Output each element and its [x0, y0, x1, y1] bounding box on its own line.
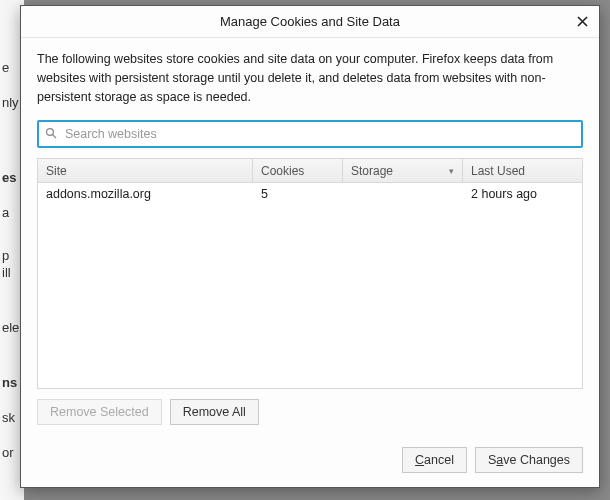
column-header-storage[interactable]: Storage ▾ [343, 159, 463, 182]
dialog-content: The following websites store cookies and… [21, 38, 599, 435]
cell-storage [343, 183, 463, 207]
cancel-button[interactable]: Cancel [402, 447, 467, 473]
cell-cookies: 5 [253, 183, 343, 207]
dialog-titlebar: Manage Cookies and Site Data [21, 6, 599, 38]
remove-selected-label: Remove Selected [50, 405, 149, 419]
remove-all-label: Remove All [183, 405, 246, 419]
dialog-footer: Cancel Save Changes [21, 435, 599, 487]
dialog-description: The following websites store cookies and… [37, 50, 583, 106]
cell-lastused: 2 hours ago [463, 183, 582, 207]
dialog-title: Manage Cookies and Site Data [220, 14, 400, 29]
cell-site: addons.mozilla.org [38, 183, 253, 207]
sites-table: Site Cookies Storage ▾ Last Used addons.… [37, 158, 583, 389]
column-header-site[interactable]: Site [38, 159, 253, 182]
manage-cookies-dialog: Manage Cookies and Site Data The followi… [20, 5, 600, 488]
table-row[interactable]: addons.mozilla.org 5 2 hours ago [38, 183, 582, 207]
close-icon [577, 16, 588, 27]
save-changes-button[interactable]: Save Changes [475, 447, 583, 473]
table-header: Site Cookies Storage ▾ Last Used [38, 159, 582, 183]
search-field-wrap [37, 120, 583, 148]
sort-indicator-icon: ▾ [449, 166, 454, 176]
table-body: addons.mozilla.org 5 2 hours ago [38, 183, 582, 388]
column-header-cookies[interactable]: Cookies [253, 159, 343, 182]
remove-actions: Remove Selected Remove All [37, 399, 583, 425]
search-input[interactable] [37, 120, 583, 148]
column-header-lastused[interactable]: Last Used [463, 159, 582, 182]
remove-selected-button[interactable]: Remove Selected [37, 399, 162, 425]
remove-all-button[interactable]: Remove All [170, 399, 259, 425]
close-button[interactable] [571, 10, 593, 32]
